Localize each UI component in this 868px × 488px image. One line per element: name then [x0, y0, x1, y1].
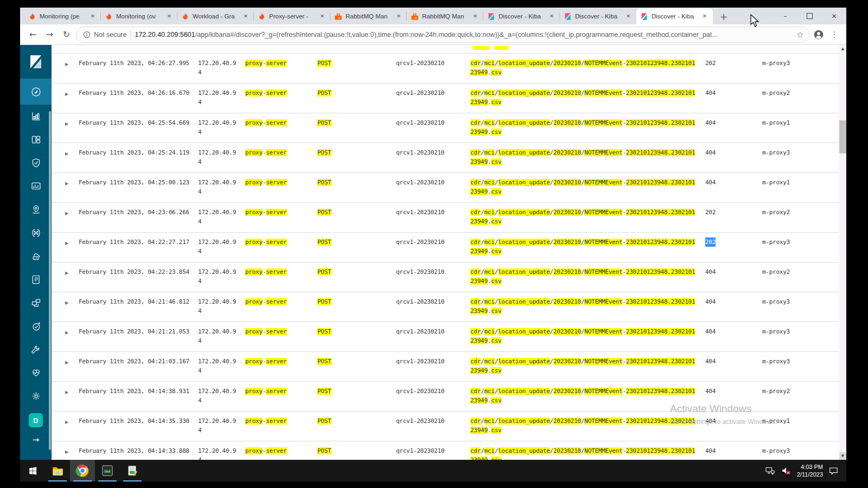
sidebar-item-discover[interactable] — [20, 79, 52, 105]
action-center-icon[interactable] — [828, 466, 839, 476]
tab-close-icon[interactable]: ✕ — [318, 12, 327, 21]
kibana-nav — [20, 79, 52, 408]
expand-caret-icon[interactable]: ▶ — [65, 418, 68, 427]
scroll-up-icon[interactable]: ▲ — [839, 45, 846, 53]
bookmark-star-icon[interactable]: ☆ — [794, 30, 807, 40]
cell-proxy: m-proxy3 — [762, 148, 790, 157]
sidebar-item-timelion[interactable] — [20, 151, 52, 175]
cell-programname: proxy-server — [245, 327, 287, 336]
sidebar-item-maps[interactable] — [20, 198, 52, 221]
start-button[interactable] — [20, 460, 45, 481]
tab-close-icon[interactable]: ✕ — [241, 12, 250, 21]
space-switcher[interactable]: D — [29, 413, 43, 427]
machine-learning-icon — [30, 227, 42, 239]
sidebar-item-dev-tools[interactable] — [20, 338, 52, 361]
browser-tab[interactable]: Monitoring (ov✕ — [101, 8, 177, 24]
tab-close-icon[interactable]: ✕ — [88, 12, 97, 21]
sidebar-item-logs[interactable] — [20, 268, 52, 291]
expand-caret-icon[interactable]: ▶ — [65, 60, 68, 69]
sidebar-item-infrastructure[interactable] — [20, 245, 52, 268]
cell-status-code: 404 — [705, 148, 716, 157]
sidebar-item-monitoring[interactable] — [20, 361, 52, 384]
app-shortcut-button[interactable] — [95, 460, 120, 481]
kibana-favicon — [564, 12, 572, 21]
collapse-arrow-icon[interactable]: → — [33, 435, 40, 445]
browser-tab[interactable]: RabbitMQ Man✕ — [407, 8, 483, 24]
expand-caret-icon[interactable]: ▶ — [65, 179, 68, 188]
browser-tab[interactable]: Discover - Kiba✕ — [560, 8, 636, 24]
cell-host: qrcv1-20230210 — [396, 208, 444, 217]
volume-muted-icon[interactable] — [781, 465, 792, 476]
sidebar-item-dashboard[interactable] — [20, 128, 52, 151]
kibana-logo[interactable] — [20, 45, 52, 79]
cell-request-method: POST — [317, 178, 331, 187]
kibana-viewport: D → ▶ February 11th 2023, 04:26:27.995 1… — [20, 45, 846, 460]
expand-caret-icon[interactable]: ▶ — [65, 119, 68, 129]
sidebar-item-uptime[interactable] — [20, 314, 52, 338]
visualize-icon — [30, 111, 42, 122]
sidebar-scrollbar[interactable] — [49, 111, 51, 450]
browser-tab[interactable]: Proxy-server - ✕ — [254, 8, 330, 24]
maximize-button[interactable] — [797, 8, 822, 24]
cell-request-method: POST — [317, 387, 331, 396]
browser-scrollbar[interactable]: ▲ ▼ — [839, 45, 846, 460]
network-icon[interactable] — [765, 466, 775, 476]
tab-close-icon[interactable]: ✕ — [624, 12, 633, 21]
chrome-icon — [75, 464, 90, 478]
forward-button[interactable]: → — [42, 27, 57, 42]
sidebar-item-visualize[interactable] — [20, 105, 52, 128]
expand-caret-icon[interactable]: ▶ — [65, 149, 68, 158]
close-button[interactable]: ✕ — [822, 8, 846, 24]
taskbar-clock[interactable]: 4:03 PM 2/11/2023 — [797, 463, 823, 478]
sidebar-item-machine-learning[interactable] — [20, 221, 52, 245]
browser-tab[interactable]: Workload - Gra✕ — [177, 8, 254, 24]
back-button[interactable]: ← — [25, 27, 40, 42]
cell-proxy: m-proxy2 — [762, 387, 790, 396]
expand-caret-icon[interactable]: ▶ — [65, 358, 68, 367]
expand-caret-icon[interactable]: ▶ — [65, 328, 68, 337]
browser-tab[interactable]: Monitoring (pe✕ — [24, 8, 101, 24]
site-info-chip[interactable]: Not secure — [83, 31, 126, 38]
scrollbar-thumb[interactable] — [839, 120, 846, 153]
tab-close-icon[interactable]: ✕ — [165, 12, 174, 21]
expand-caret-icon[interactable]: ▶ — [65, 89, 68, 99]
file-explorer-button[interactable] — [45, 460, 70, 481]
address-input[interactable]: Not secure 172.20.40.209:5601/app/kibana… — [76, 27, 809, 43]
tab-close-icon[interactable]: ✕ — [700, 12, 709, 21]
tab-label: Monitoring (ov — [116, 13, 162, 20]
tab-close-icon[interactable]: ✕ — [394, 12, 403, 21]
browser-tab[interactable]: Discover - Kiba✕ — [636, 8, 713, 24]
uptime-icon — [30, 320, 42, 332]
sidebar-item-apm[interactable] — [20, 291, 52, 314]
browser-tab[interactable]: Discover - Kiba✕ — [483, 8, 560, 24]
expand-caret-icon[interactable]: ▶ — [65, 447, 68, 457]
clock-time: 4:03 PM — [797, 463, 823, 471]
cell-status-code: 404 — [705, 327, 716, 336]
dev-tools-icon — [30, 344, 42, 355]
new-tab-button[interactable]: + — [716, 9, 731, 24]
cell-client-ip: 172.20.40.94 — [198, 178, 241, 196]
divider — [130, 30, 131, 39]
sidebar-item-canvas[interactable] — [20, 175, 52, 198]
expand-caret-icon[interactable]: ▶ — [65, 239, 68, 248]
reload-button[interactable]: ↻ — [59, 27, 74, 42]
table-row: ▶ February 11th 2023, 04:14:38.931 172.2… — [52, 381, 846, 411]
profile-avatar[interactable] — [812, 28, 826, 42]
expand-caret-icon[interactable]: ▶ — [65, 209, 68, 218]
scroll-down-icon[interactable]: ▼ — [839, 452, 846, 460]
cell-time: February 11th 2023, 04:25:54.669 — [79, 118, 189, 127]
tab-close-icon[interactable]: ✕ — [547, 12, 556, 21]
expand-caret-icon[interactable]: ▶ — [65, 298, 68, 307]
browser-tab[interactable]: RabbitMQ Man✕ — [330, 8, 407, 24]
expand-caret-icon[interactable]: ▶ — [65, 388, 68, 397]
expand-caret-icon[interactable]: ▶ — [65, 268, 68, 278]
folder-icon — [52, 465, 64, 477]
chrome-taskbar-button[interactable] — [70, 460, 95, 481]
tab-close-icon[interactable]: ✕ — [471, 12, 480, 21]
tab-label: Proxy-server - — [269, 13, 315, 20]
minimize-button[interactable]: – — [773, 8, 797, 24]
sidebar-item-management[interactable] — [20, 384, 52, 408]
editor-app-button[interactable] — [120, 460, 145, 481]
browser-menu-icon[interactable]: ⋮ — [828, 30, 841, 40]
cell-proxy: m-proxy3 — [762, 297, 790, 306]
